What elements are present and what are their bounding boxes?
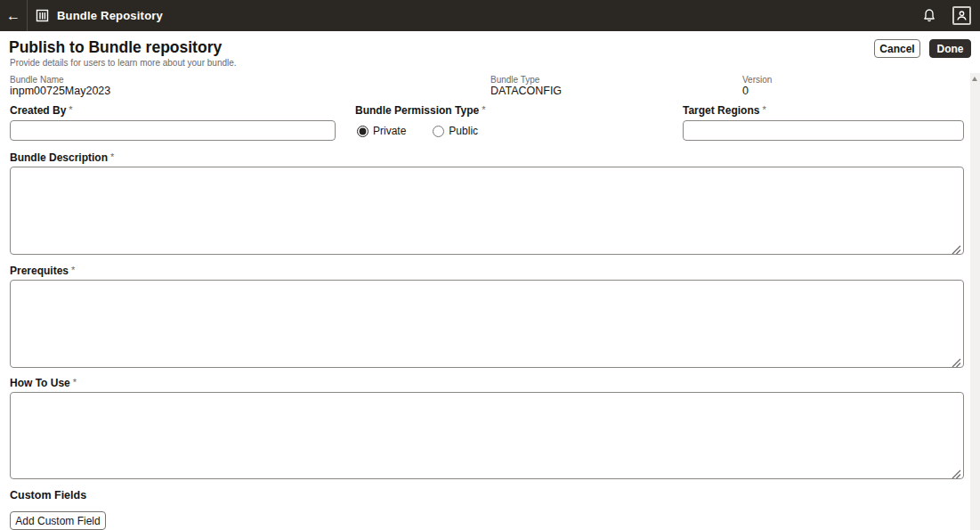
scrollbar-up-arrow-icon[interactable]	[972, 77, 977, 81]
bundle-permission-type-label: Bundle Permission Type*	[355, 104, 485, 117]
account-user-icon[interactable]	[952, 6, 971, 25]
bundle-description-textarea[interactable]	[11, 167, 963, 254]
page-subtitle: Provide details for users to learn more …	[10, 58, 237, 68]
app-title: Bundle Repository	[57, 0, 163, 31]
resize-handle-icon[interactable]	[952, 355, 961, 365]
how-to-use-label: How To Use*	[10, 377, 77, 389]
target-regions-input[interactable]	[683, 120, 964, 141]
header-divider	[27, 0, 28, 31]
created-by-label: Created By*	[10, 104, 73, 117]
bundle-description-label: Bundle Description*	[10, 151, 114, 164]
prerequites-textarea[interactable]	[11, 281, 963, 367]
page-title: Publish to Bundle repository	[9, 38, 222, 57]
notifications-bell-icon[interactable]	[922, 8, 936, 23]
required-asterisk: *	[482, 104, 485, 115]
required-asterisk: *	[69, 104, 72, 115]
bundle-description-field	[10, 167, 964, 255]
required-asterisk: *	[71, 265, 75, 275]
version-label: Version	[742, 75, 772, 85]
add-custom-field-button[interactable]: Add Custom Field	[10, 511, 106, 530]
custom-fields-label: Custom Fields	[10, 489, 86, 501]
bundle-type-label: Bundle Type	[490, 75, 539, 85]
bundle-name-value: inpm00725May2023	[10, 85, 110, 97]
done-button[interactable]: Done	[929, 39, 971, 58]
radio-private-label: Private	[373, 125, 406, 137]
how-to-use-field	[10, 392, 964, 479]
vertical-scrollbar[interactable]	[970, 73, 980, 530]
prerequites-field	[10, 280, 964, 368]
radio-public-input[interactable]	[433, 126, 444, 137]
cancel-button[interactable]: Cancel	[874, 39, 920, 58]
version-value: 0	[742, 85, 749, 97]
how-to-use-textarea[interactable]	[11, 393, 963, 478]
bundle-repository-icon	[35, 8, 50, 23]
app-header: ← Bundle Repository	[0, 0, 980, 31]
radio-private[interactable]: Private	[357, 125, 406, 137]
radio-public[interactable]: Public	[433, 125, 478, 137]
resize-handle-icon[interactable]	[952, 242, 961, 252]
required-asterisk: *	[110, 151, 114, 162]
target-regions-label: Target Regions*	[683, 104, 766, 117]
resize-handle-icon[interactable]	[952, 467, 961, 477]
bundle-name-label: Bundle Name	[10, 75, 64, 85]
publish-bundle-page: ← Bundle Repository Publish to Bu	[0, 0, 980, 530]
radio-public-label: Public	[449, 125, 478, 137]
created-by-input[interactable]	[10, 120, 336, 141]
required-asterisk: *	[73, 377, 77, 387]
back-button[interactable]: ←	[0, 0, 27, 31]
bundle-permission-radio-group: Private Public	[357, 125, 498, 137]
radio-private-input[interactable]	[357, 126, 369, 137]
back-icon: ←	[6, 8, 20, 24]
prerequites-label: Prerequites*	[10, 265, 75, 277]
required-asterisk: *	[762, 104, 765, 115]
bundle-type-value: DATACONFIG	[490, 85, 562, 97]
